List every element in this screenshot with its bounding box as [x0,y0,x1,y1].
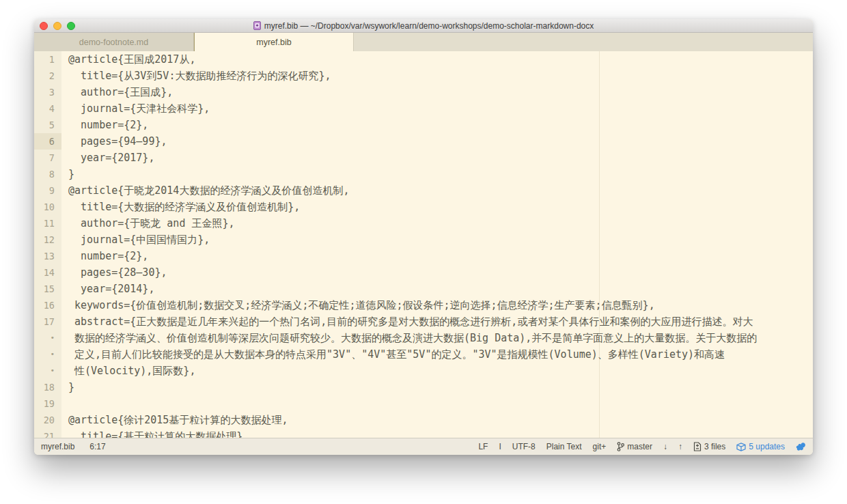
line-number: 5 [34,117,61,133]
git-push-arrow[interactable]: ↑ [678,442,682,451]
status-git-plus[interactable]: git+ [593,442,607,451]
status-changed-files[interactable]: 3 files [693,442,725,451]
code-line-text[interactable]: title={基于粒计算的大数据处理}, [61,428,813,438]
traffic-lights [40,22,75,30]
status-line-ending[interactable]: LF [478,442,488,451]
editor-line[interactable]: 5 number={2}, [34,117,813,133]
editor-line[interactable]: 12 journal={中国国情国力}, [34,232,813,248]
line-number: 6 [34,133,61,150]
status-bar: myref.bib 6:17 LF I UTF-8 Plain Text git… [34,438,813,455]
editor-line[interactable]: • 定义,目前人们比较能接受的是从大数据本身的特点采用"3V"、"4V"甚至"5… [34,346,813,363]
wrap-bullet: • [34,346,61,363]
editor-line[interactable]: 4 journal={天津社会科学}, [34,100,813,117]
line-number: 16 [34,297,61,313]
branch-name: master [627,442,652,451]
editor-line[interactable]: 2 title={从3V到5V:大数据助推经济行为的深化研究}, [34,68,813,84]
code-line-text[interactable]: title={从3V到5V:大数据助推经济行为的深化研究}, [61,68,813,84]
editor-line[interactable]: 15 year={2014}, [34,281,813,297]
editor-line[interactable]: 8} [34,166,813,182]
editor-line[interactable]: 13 number={2}, [34,248,813,264]
code-line-text[interactable]: } [61,379,813,395]
editor-line[interactable]: 6 pages={94–99}, [34,133,813,150]
code-line-text[interactable]: @article{徐计2015基于粒计算的大数据处理, [61,412,813,428]
line-number: 18 [34,379,61,395]
line-number: 2 [34,68,61,84]
editor-line[interactable]: 21 title={基于粒计算的大数据处理}, [34,428,813,438]
status-updates[interactable]: 5 updates [736,442,785,451]
package-box-icon [736,443,746,451]
line-number: 20 [34,412,61,428]
status-encoding[interactable]: UTF-8 [512,442,536,451]
text-editor[interactable]: 1@article{王国成2017从,2 title={从3V到5V:大数据助推… [34,51,813,438]
status-file-name[interactable]: myref.bib [41,442,74,451]
code-line-text[interactable]: keywords={价值创造机制;数据交叉;经济学涵义;不确定性;道德风险;假设… [61,297,813,313]
window-title: myref.bib — ~/Dropbox/var/wsywork/learn/… [253,21,594,31]
editor-line[interactable]: 14 pages={28–30}, [34,264,813,281]
code-line-text[interactable]: @article{于晓龙2014大数据的经济学涵义及价值创造机制, [61,182,813,199]
code-line-text[interactable]: 性(Velocity),国际数}, [61,363,813,379]
wrap-bullet: • [34,363,61,379]
updates-label: 5 updates [749,442,785,451]
status-cursor-position[interactable]: 6:17 [89,442,105,451]
line-number: 12 [34,232,61,248]
code-line-text[interactable]: journal={天津社会科学}, [61,100,813,117]
file-proxy-icon [253,21,261,30]
editor-line[interactable]: 7 year={2017}, [34,150,813,166]
tab-demo-footnote[interactable]: demo-footnote.md [34,33,194,51]
close-window-button[interactable] [40,22,48,30]
status-git-branch[interactable]: master [617,442,652,451]
editor-line[interactable]: 18} [34,379,813,395]
line-number: 13 [34,248,61,264]
editor-line[interactable]: 9@article{于晓龙2014大数据的经济学涵义及价值创造机制, [34,182,813,199]
code-line-text[interactable]: 定义,目前人们比较能接受的是从大数据本身的特点采用"3V"、"4V"甚至"5V"… [61,346,813,363]
line-number: 10 [34,199,61,215]
status-grammar[interactable]: Plain Text [546,442,582,451]
editor-line[interactable]: • 数据的经济学涵义、价值创造机制等深层次问题研究较少。大数据的概念及演进大数据… [34,330,813,346]
code-line-text[interactable]: author={王国成}, [61,84,813,100]
line-number: 1 [34,51,61,68]
code-line-text[interactable]: author={于晓龙 and 王金照}, [61,215,813,232]
line-number: 19 [34,395,61,412]
editor-line[interactable]: 20@article{徐计2015基于粒计算的大数据处理, [34,412,813,428]
code-line-text[interactable]: 数据的经济学涵义、价值创造机制等深层次问题研究较少。大数据的概念及演进大数据(B… [61,330,813,346]
code-line-text[interactable]: journal={中国国情国力}, [61,232,813,248]
code-line-text[interactable]: pages={28–30}, [61,264,813,281]
wrap-bullet: • [34,330,61,346]
code-line-text[interactable]: @article{王国成2017从, [61,51,813,68]
editor-lines: 1@article{王国成2017从,2 title={从3V到5V:大数据助推… [34,51,813,438]
line-number: 21 [34,428,61,438]
git-branch-icon [617,442,624,451]
changed-files-label: 3 files [704,442,725,451]
code-line-text[interactable]: } [61,166,813,182]
editor-line[interactable]: 1@article{王国成2017从, [34,51,813,68]
tab-label: demo-footnote.md [79,38,148,47]
git-pull-arrow[interactable]: ↓ [663,442,667,451]
code-line-text[interactable]: year={2017}, [61,150,813,166]
tab-bar-empty-area [354,33,813,51]
zoom-window-button[interactable] [67,22,75,30]
editor-line[interactable]: 3 author={王国成}, [34,84,813,100]
code-line-text[interactable]: number={2}, [61,117,813,133]
window-title-text: myref.bib — ~/Dropbox/var/wsywork/learn/… [264,21,594,31]
code-line-text[interactable]: year={2014}, [61,281,813,297]
titlebar[interactable]: myref.bib — ~/Dropbox/var/wsywork/learn/… [34,19,813,33]
squirrel-status-icon[interactable] [796,442,806,451]
code-line-text[interactable]: pages={94–99}, [61,133,813,150]
editor-line[interactable]: • 性(Velocity),国际数}, [34,363,813,379]
code-line-text[interactable]: title={大数据的经济学涵义及价值创造机制}, [61,199,813,215]
editor-window: myref.bib — ~/Dropbox/var/wsywork/learn/… [34,19,813,455]
line-number: 8 [34,166,61,182]
code-line-text[interactable]: number={2}, [61,248,813,264]
editor-line[interactable]: 16 keywords={价值创造机制;数据交叉;经济学涵义;不确定性;道德风险… [34,297,813,313]
editor-line[interactable]: 11 author={于晓龙 and 王金照}, [34,215,813,232]
status-vim-mode[interactable]: I [499,442,501,451]
line-number: 4 [34,100,61,117]
tab-myref-bib[interactable]: myref.bib [194,33,354,51]
code-line-text[interactable] [61,395,813,412]
editor-line[interactable]: 19 [34,395,813,412]
editor-line[interactable]: 17 abstract={正大数据是近几年来兴起的一个热门名词,目前的研究多是对… [34,313,813,330]
code-line-text[interactable]: abstract={正大数据是近几年来兴起的一个热门名词,目前的研究多是对大数据… [61,313,813,330]
line-number: 3 [34,84,61,100]
minimize-window-button[interactable] [53,22,61,30]
editor-line[interactable]: 10 title={大数据的经济学涵义及价值创造机制}, [34,199,813,215]
